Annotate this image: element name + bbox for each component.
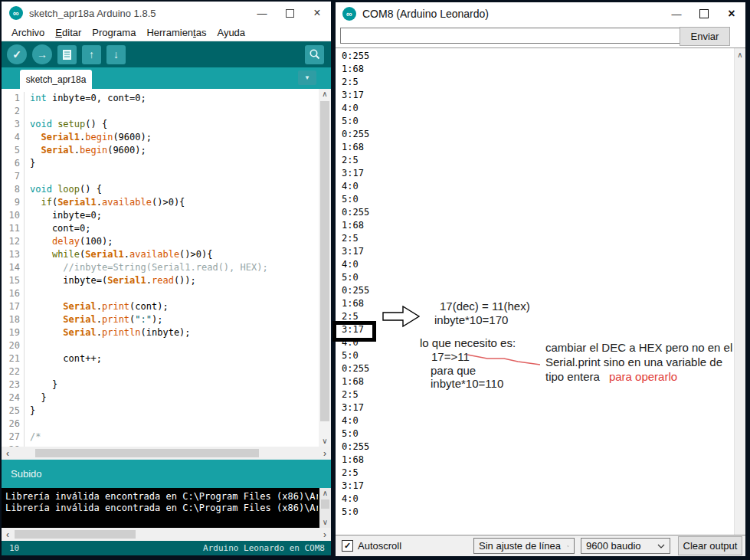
serial-monitor-button[interactable] (305, 45, 324, 64)
serial-line: 3:17 (342, 245, 369, 258)
scroll-down-icon[interactable]: ∨ (319, 517, 331, 528)
code-line: 7 (2, 170, 319, 183)
code-lines: 1int inbyte=0, cont=0;23void setup() {4 … (2, 89, 319, 447)
editor-horizontal-scrollbar[interactable]: ‹ › (2, 447, 331, 460)
menu-item-programa[interactable]: Programa (87, 27, 141, 38)
menu-item-archivo[interactable]: Archivo (6, 27, 50, 38)
arduino-logo-icon: ∞ (342, 7, 356, 21)
code-line: 2 (2, 105, 319, 118)
serial-line: 2:5 (342, 467, 369, 480)
code-line: 16 (2, 287, 319, 300)
scroll-right-icon[interactable]: › (319, 448, 331, 459)
save-button[interactable]: ↓ (106, 45, 126, 64)
ide-title-bar: ∞ sketch_apr18a Arduino 1.8.5 — × (2, 2, 331, 25)
menu-item-editar[interactable]: Editar (50, 27, 87, 38)
upload-button[interactable]: → (32, 44, 52, 64)
code-line: 13 while(Serial1.available()>0){ (2, 248, 319, 261)
serial-line: 1:68 (342, 141, 369, 154)
magnifier-icon (309, 48, 321, 61)
serial-line: 2:5 (342, 76, 369, 89)
tab-sketch[interactable]: sketch_apr18a (20, 70, 92, 89)
scroll-down-icon[interactable]: ∨ (319, 436, 331, 447)
serial-line: 0:255 (342, 128, 369, 141)
console-horizontal-scrollbar[interactable]: ‹ › (2, 528, 331, 541)
clear-output-button[interactable]: Clear output (678, 536, 742, 555)
editor-vscroll-thumb[interactable] (320, 101, 329, 421)
menu-item-ayuda[interactable]: Ayuda (211, 27, 251, 38)
code-line: 10 inbyte=0; (2, 209, 319, 222)
ide-minimize-icon[interactable]: — (248, 2, 276, 25)
serial-line: 4:0 (342, 336, 369, 349)
code-line: 24 } (2, 391, 319, 404)
serial-line: 1:68 (342, 454, 369, 467)
output-vertical-scrollbar[interactable]: ∧ (734, 48, 745, 535)
serial-line: 5:0 (342, 271, 369, 284)
console-vertical-scrollbar[interactable]: ∧ ∨ (319, 488, 331, 528)
chevron-down-icon: ▼ (304, 74, 310, 81)
code-line: 3void setup() { (2, 118, 319, 131)
verify-button[interactable]: ✓ (7, 44, 27, 64)
document-icon (62, 49, 72, 61)
code-line: 12 delay(100); (2, 235, 319, 248)
ide-close-icon[interactable]: × (303, 2, 331, 25)
serial-window-title: COM8 (Arduino Leonardo) (362, 8, 489, 20)
serial-line: 4:0 (342, 258, 369, 271)
code-line: 11 cont=0; (2, 222, 319, 235)
scroll-left-icon[interactable]: ‹ (2, 448, 14, 459)
scroll-left-icon[interactable]: ‹ (2, 529, 14, 540)
ide-maximize-icon[interactable] (276, 2, 303, 25)
scroll-up-icon[interactable]: ∧ (735, 50, 745, 61)
serial-line: 4:0 (342, 102, 369, 115)
ide-toolbar: ✓ → ↑ ↓ (2, 41, 331, 67)
code-line: 6} (2, 157, 319, 170)
editor-hscroll-thumb[interactable] (35, 449, 259, 457)
editor-vertical-scrollbar[interactable]: ∧ ∨ (319, 89, 331, 447)
arduino-ide-window: ∞ sketch_apr18a Arduino 1.8.5 — × Archiv… (2, 2, 331, 555)
serial-line: 2:5 (342, 154, 369, 167)
code-line: 15 inbyte=(Serial1.read()); (2, 274, 319, 287)
serial-minimize-icon[interactable]: — (663, 2, 690, 25)
tab-menu-button[interactable]: ▼ (298, 70, 316, 85)
check-icon: ✓ (12, 48, 21, 61)
send-button[interactable]: Enviar (680, 27, 730, 46)
status-board-port: Arduino Leonardo en COM8 (203, 543, 325, 553)
serial-line: 2:5 (342, 310, 369, 323)
menu-bar: ArchivoEditarProgramaHerramientasAyuda (2, 25, 331, 41)
serial-line: 1:68 (342, 63, 369, 76)
upload-status-bar: Subido (2, 460, 331, 488)
serial-line: 3:17 (342, 480, 369, 493)
scroll-right-icon[interactable]: › (319, 529, 331, 540)
open-button[interactable]: ↑ (82, 45, 101, 64)
serial-line: 1:68 (342, 297, 369, 310)
code-line: 9 if(Serial1.available()>0){ (2, 196, 319, 209)
code-line: 5 Serial.begin(9600); (2, 144, 319, 157)
serial-bottom-bar: ✓ Autoscroll Sin ajuste de línea 9600 ba… (336, 535, 745, 556)
serial-line: 0:255 (342, 206, 369, 219)
console-hscroll-thumb[interactable] (15, 530, 136, 539)
ide-status-bar: 10 Arduino Leonardo en COM8 (2, 541, 331, 555)
console-vscroll-thumb[interactable] (321, 499, 329, 509)
scroll-up-icon[interactable]: ∧ (319, 89, 331, 100)
scroll-up-icon[interactable]: ∧ (319, 488, 331, 499)
serial-input[interactable] (340, 28, 686, 44)
serial-line: 3:17 (342, 89, 369, 102)
console-line: Librería inválida encontrada en C:\Progr… (5, 503, 318, 514)
code-line: 17 Serial.print(cont); (2, 300, 319, 313)
code-line: 20 (2, 339, 319, 352)
serial-maximize-icon[interactable] (690, 2, 718, 25)
serial-line: 3:17 (342, 401, 369, 414)
autoscroll-checkbox[interactable]: ✓ (342, 540, 353, 552)
code-line: 26 (2, 418, 319, 431)
code-editor[interactable]: 1int inbyte=0, cont=0;23void setup() {4 … (2, 89, 331, 447)
serial-line: 5:0 (342, 349, 369, 362)
line-ending-dropdown[interactable]: Sin ajuste de línea (473, 538, 575, 554)
code-line: 18 Serial.print(":"); (2, 313, 319, 326)
down-arrow-icon: ↓ (113, 48, 119, 61)
menu-item-herramientas[interactable]: Herramientas (141, 27, 211, 38)
code-line: 22 (2, 365, 319, 378)
serial-close-icon[interactable]: × (718, 2, 745, 25)
new-sketch-button[interactable] (57, 45, 77, 64)
baud-rate-dropdown[interactable]: 9600 baudio (581, 538, 670, 554)
serial-line: 2:5 (342, 232, 369, 245)
serial-line: 1:68 (342, 219, 369, 232)
